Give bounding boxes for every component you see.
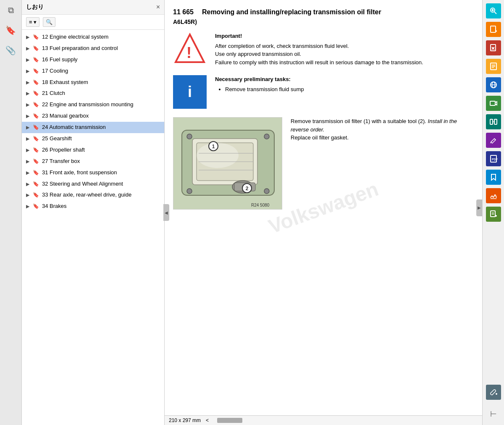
svg-line-22 [494,12,496,14]
sidebar-item-13[interactable]: ▶ 🔖 13 Fuel preparation and control [22,43,164,54]
transmission-image: 1 2 R24 5080 [173,117,282,210]
bookmark-icon-21: 🔖 [33,90,40,97]
sidebar-item-32[interactable]: ▶ 🔖 32 Steering and Wheel Alignment [22,178,164,190]
info-icon: i [173,75,207,109]
bookmark-icon-32: 🔖 [33,181,40,188]
svg-line-43 [491,142,491,143]
svg-text:1: 1 [212,144,215,150]
svg-rect-47 [491,211,495,217]
svg-point-7 [187,134,192,139]
svg-rect-39 [490,119,493,124]
svg-rect-25 [491,26,496,32]
prelim-item-1: Remove transmission fluid sump [225,85,470,94]
svg-rect-38 [490,101,495,105]
bookmark-icon-27: 🔖 [33,158,40,165]
add-page-icon[interactable] [486,22,501,37]
sidebar-collapse-button[interactable]: ◀ [163,204,169,221]
scroll-left-button[interactable]: < [204,417,210,423]
expand-arrow-32: ▶ [26,181,33,187]
sidebar-item-label-21: 21 Clutch [42,90,161,97]
svg-point-9 [187,189,192,194]
list-view-button[interactable]: ≡ ▾ [26,17,39,27]
expand-arrow-22: ▶ [26,102,33,108]
bookmark-icon-22: 🔖 [33,102,40,108]
expand-arrow-17: ▶ [26,68,33,74]
sidebar-item-26[interactable]: ▶ 🔖 26 Propeller shaft [22,144,164,156]
svg-text:2: 2 [246,186,249,192]
important-line-2: Use only approved transmission oil. [215,50,470,58]
exit-icon[interactable]: ⊢ [486,407,501,422]
prelim-title: Necessary preliminary tasks: [215,75,470,84]
important-notice: ! Important! After completion of work, c… [173,32,470,67]
expand-arrow-13: ▶ [26,45,33,51]
expand-arrow-33: ▶ [26,192,33,198]
svg-point-8 [264,134,269,139]
doc-subtitle: A6L45R) [173,18,470,25]
bookmark-icon-34: 🔖 [33,203,40,210]
bookmark-add-icon[interactable] [486,170,501,185]
expand-arrow-25: ▶ [26,136,33,142]
bookmark-tab-icon[interactable]: 🔖 [4,24,18,37]
status-bar-left: 210 x 297 mm < > [169,417,230,423]
sidebar-item-16[interactable]: ▶ 🔖 16 Fuel supply [22,54,164,66]
sidebar-item-label-24: 24 Automatic transmission [42,124,161,131]
prelim-list: Remove transmission fluid sump [215,85,470,94]
sidebar-item-33[interactable]: ▶ 🔖 33 Rear axle, rear-wheel drive, guid… [22,189,164,201]
sidebar-item-17[interactable]: ▶ 🔖 17 Cooling [22,66,164,77]
sidebar-item-27[interactable]: ▶ 🔖 27 Transfer box [22,156,164,167]
wrench-plus-icon[interactable] [486,385,501,400]
sidebar-item-22[interactable]: ▶ 🔖 22 Engine and transmission mounting [22,99,164,110]
bookmark-icon-25: 🔖 [33,136,40,142]
compare-icon[interactable] [486,114,501,129]
procedure-instruction: Remove transmission oil filter (1) with … [291,117,470,142]
sidebar-item-34[interactable]: ▶ 🔖 34 Brakes [22,201,164,212]
procedure-section: 1 2 R24 5080 Remove transmission oil fil… [173,117,470,210]
important-line-3: Failure to comply with this instruction … [215,58,470,67]
doc-title-block: 11 665 Removing and installing/replacing… [173,8,470,16]
film-icon[interactable] [486,96,501,111]
sidebar-toolbar: ≡ ▾ 🔍 [22,15,164,30]
sidebar-item-label-26: 26 Propeller shaft [42,147,161,154]
preliminary-notice: i Necessary preliminary tasks: Remove tr… [173,75,470,109]
expand-arrow-34: ▶ [26,203,33,209]
translate-icon[interactable] [486,77,501,92]
file-note-icon[interactable] [486,207,501,222]
sidebar-item-23[interactable]: ▶ 🔖 23 Manual gearbox [22,110,164,122]
pages-icon[interactable]: ⧉ [4,3,18,17]
content-scroll-right[interactable]: ▶ [476,199,482,216]
page-size-label: 210 x 297 mm [169,417,201,423]
status-bar: 210 x 297 mm < > [165,415,482,425]
svg-text:!: ! [186,44,192,61]
sidebar-item-label-25: 25 Gearshift [42,135,161,142]
left-toolbar: ⧉ 🔖 📎 [0,0,22,425]
procedure-text: Remove transmission oil filter (1) with … [291,117,470,142]
sidebar-item-12[interactable]: ▶ 🔖 12 Engine electrical system [22,31,164,43]
trans-image-bg: 1 2 R24 5080 [173,118,282,209]
sidebar-item-label-23: 23 Manual gearbox [42,113,161,120]
sidebar-item-label-17: 17 Cooling [42,68,161,75]
svg-rect-28 [491,45,496,51]
sidebar-item-label-13: 13 Fuel preparation and control [42,45,161,52]
sidebar-item-31[interactable]: ▶ 🔖 31 Front axle, front suspension [22,167,164,178]
expand-arrow-16: ▶ [26,57,33,63]
sidebar-item-18[interactable]: ▶ 🔖 18 Exhaust system [22,77,164,88]
bookmark-icon-13: 🔖 [33,45,40,52]
attachment-icon[interactable]: 📎 [4,44,18,57]
bookmark-search-button[interactable]: 🔍 [43,17,55,27]
pdf-icon[interactable]: PDF [486,151,501,166]
important-title: Important! [215,32,470,40]
sidebar-item-label-33: 33 Rear axle, rear-wheel drive, guide [42,192,161,199]
sidebar-item-21[interactable]: ▶ 🔖 21 Clutch [22,88,164,99]
prelim-text-block: Necessary preliminary tasks: Remove tran… [215,75,470,93]
notes-icon[interactable] [486,59,501,74]
doc-number: 11 665 [173,8,194,16]
sidebar-item-25[interactable]: ▶ 🔖 25 Gearshift [22,133,164,144]
signature-icon[interactable] [486,188,501,203]
edit-pen-icon[interactable] [486,133,501,148]
sidebar-close-button[interactable]: × [156,3,160,11]
svg-text:R24 5080: R24 5080 [251,203,270,207]
bookmark-icon-23: 🔖 [33,113,40,120]
search-plus-icon[interactable] [486,3,501,18]
sidebar-item-24[interactable]: ▶ 🔖 24 Automatic transmission [22,122,164,133]
delete-page-icon[interactable] [486,40,501,55]
